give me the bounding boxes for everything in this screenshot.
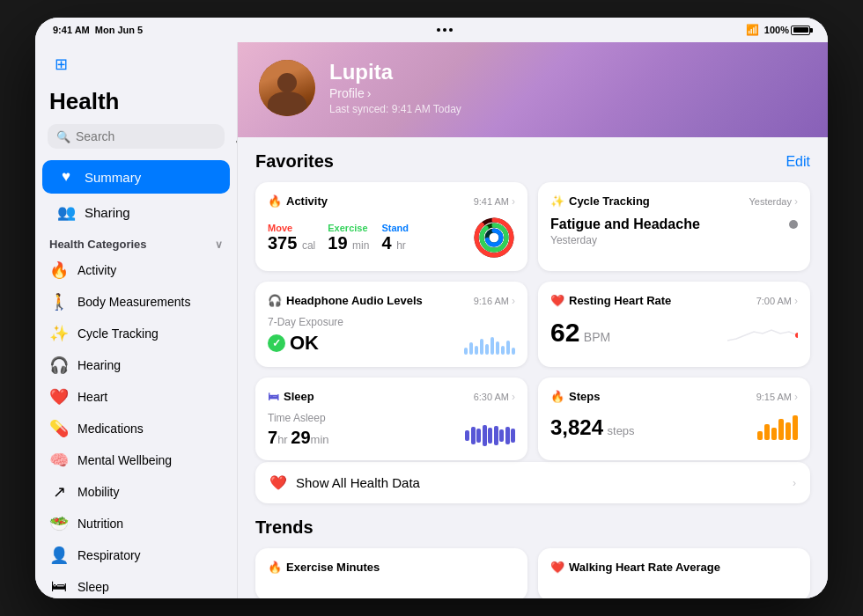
category-mental-wellbeing[interactable]: 🧠 Mental Wellbeing (35, 444, 237, 476)
sidebar-toggle-button[interactable]: ⊞ (49, 53, 72, 76)
steps-card[interactable]: 🔥 Steps 9:15 AM › 3,824 (538, 378, 810, 460)
search-icon: 🔍 (56, 130, 70, 143)
search-input[interactable] (76, 129, 230, 143)
category-sleep[interactable]: 🛏 Sleep (35, 571, 237, 598)
status-date: Mon Jun 5 (95, 25, 143, 35)
favorites-grid: 🔥 Activity 9:41 AM › (255, 182, 810, 460)
steps-content: 3,824 steps (550, 412, 798, 440)
audio-bars (464, 328, 515, 355)
audio-title-text: Headphone Audio Levels (286, 294, 423, 307)
cycle-event-name: Fatigue and Headache (550, 216, 700, 232)
sleep-icon: 🛏 (49, 577, 69, 596)
show-all-health-data-button[interactable]: ❤️ Show All Health Data › (255, 462, 810, 503)
audio-bar-10 (512, 348, 515, 355)
summary-icon: ♥ (56, 168, 76, 186)
favorites-title-row: Favorites Edit (255, 151, 810, 172)
trend-exercise-icon: 🔥 (268, 561, 282, 574)
category-cycle-tracking[interactable]: ✨ Cycle Tracking (35, 318, 237, 349)
battery-bar (791, 26, 810, 35)
cycle-card-header: ✨ Cycle Tracking Yesterday › (550, 194, 798, 208)
ok-check-icon: ✓ (268, 334, 285, 352)
cycle-event-info: Fatigue and Headache Yesterday (550, 216, 700, 246)
sleep-bar-7 (499, 429, 504, 442)
sleep-card[interactable]: 🛏 Sleep 6:30 AM › Time Asleep (255, 378, 527, 460)
profile-link[interactable]: Profile › (329, 86, 461, 100)
steps-flame-icon: 🔥 (550, 390, 564, 403)
profile-header: Lupita Profile › Last synced: 9:41 AM To… (238, 42, 828, 137)
audio-bar-2 (469, 342, 473, 355)
category-nutrition-label: Nutrition (77, 517, 123, 531)
heart-rate-card-header: ❤️ Resting Heart Rate 7:00 AM › (550, 294, 798, 307)
stand-metric: Stand 4 hr (381, 223, 409, 253)
hearing-icon: 🎧 (49, 356, 69, 375)
heart-icon: ❤️ (49, 387, 69, 407)
category-hearing[interactable]: 🎧 Hearing (35, 349, 237, 381)
cycle-event: Fatigue and Headache Yesterday (550, 216, 798, 246)
sidebar-item-sharing-label: Sharing (85, 205, 130, 220)
audio-bar-5 (485, 344, 489, 355)
battery: 100% (764, 25, 810, 35)
ok-text: OK (290, 332, 319, 355)
heart-rate-card[interactable]: ❤️ Resting Heart Rate 7:00 AM › (538, 282, 810, 367)
heart-rate-content: 62 BPM (550, 316, 798, 348)
search-box[interactable]: 🔍 🎤 (48, 124, 225, 149)
category-respiratory[interactable]: 👤 Respiratory (35, 539, 237, 571)
show-all-chevron-icon: › (793, 477, 796, 489)
cycle-status-dot (789, 220, 798, 229)
sleep-card-header: 🛏 Sleep 6:30 AM › (268, 390, 515, 403)
profile-chevron-icon: › (367, 86, 372, 100)
trend-exercise-minutes[interactable]: 🔥 Exercise Minutes (255, 548, 527, 598)
steps-unit: steps (608, 424, 635, 437)
activity-metrics: Move 375 cal Exercise (268, 216, 515, 259)
category-nutrition[interactable]: 🥗 Nutrition (35, 508, 237, 539)
steps-bar-2 (764, 424, 770, 440)
category-activity[interactable]: 🔥 Activity (35, 254, 237, 286)
sleep-time-text: 6:30 AM (474, 392, 509, 402)
steps-time-text: 9:15 AM (756, 392, 792, 402)
category-mental-label: Mental Wellbeing (77, 453, 172, 467)
exercise-value: 19 min (328, 233, 369, 253)
cycle-tracking-card[interactable]: ✨ Cycle Tracking Yesterday › F (538, 182, 810, 271)
cycle-icon: ✨ (49, 324, 69, 343)
audio-bar-1 (464, 348, 468, 355)
category-mobility[interactable]: ↗ Mobility (35, 476, 237, 508)
category-heart[interactable]: ❤️ Heart (35, 381, 237, 413)
sleep-bars (465, 423, 515, 448)
cycle-event-date: Yesterday (550, 234, 700, 246)
health-categories-header: Health Categories ∨ (35, 231, 237, 254)
trend-walking-heart-rate[interactable]: ❤️ Walking Heart Rate Average (538, 548, 810, 598)
headphone-audio-card[interactable]: 🎧 Headphone Audio Levels 9:16 AM › (255, 282, 527, 367)
cycle-sparkle-icon: ✨ (550, 194, 564, 208)
edit-button[interactable]: Edit (786, 154, 810, 170)
nutrition-icon: 🥗 (49, 514, 69, 533)
steps-card-time: 9:15 AM › (756, 391, 798, 403)
respiratory-icon: 👤 (49, 546, 69, 565)
stand-label: Stand (381, 223, 409, 233)
category-heart-label: Heart (77, 390, 107, 404)
steps-bar-1 (757, 431, 763, 440)
dot-3 (449, 28, 453, 32)
profile-sync-text: Last synced: 9:41 AM Today (329, 103, 461, 115)
audio-bar-4 (480, 339, 483, 355)
move-metric: Move 375 cal (268, 223, 315, 253)
cycle-card-time: Yesterday › (749, 195, 798, 208)
heart-rate-unit: BPM (584, 330, 610, 344)
app-title: Health (35, 84, 237, 124)
ipad-frame: 9:41 AM Mon Jun 5 📶 100% (35, 18, 828, 598)
sidebar-item-summary[interactable]: ♥ Summary (42, 160, 230, 194)
heart-rate-value-container: 62 BPM (550, 318, 610, 348)
steps-value: 3,824 (550, 415, 603, 439)
sleep-bar-4 (483, 425, 487, 446)
category-body-measurements[interactable]: 🚶 Body Measurements (35, 286, 237, 318)
heart-rate-icon: ❤️ (550, 294, 564, 307)
cycle-card-title: ✨ Cycle Tracking (550, 194, 650, 208)
sidebar-item-sharing[interactable]: 👥 Sharing (42, 195, 230, 230)
audio-bar-6 (491, 337, 494, 355)
activity-chevron-icon: › (512, 195, 515, 208)
medications-icon: 💊 (49, 419, 69, 438)
app-body: ⊞ Health 🔍 🎤 ♥ Summary 👥 Sharing (35, 42, 828, 598)
activity-card[interactable]: 🔥 Activity 9:41 AM › (255, 182, 527, 271)
activity-metric-group: Move 375 cal Exercise (268, 223, 409, 253)
category-medications[interactable]: 💊 Medications (35, 413, 237, 444)
move-label: Move (268, 223, 315, 233)
